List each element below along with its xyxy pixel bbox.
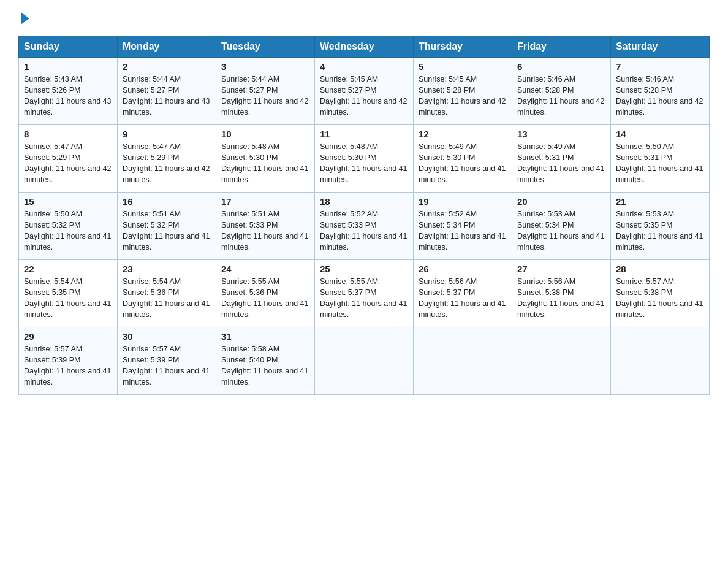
calendar-cell: 24 Sunrise: 5:55 AMSunset: 5:36 PMDaylig… bbox=[216, 260, 315, 327]
calendar-cell: 5 Sunrise: 5:45 AMSunset: 5:28 PMDayligh… bbox=[414, 58, 512, 125]
day-info: Sunrise: 5:55 AMSunset: 5:37 PMDaylight:… bbox=[320, 276, 408, 321]
calendar-cell: 4 Sunrise: 5:45 AMSunset: 5:27 PMDayligh… bbox=[315, 58, 414, 125]
day-number: 16 bbox=[123, 196, 211, 207]
calendar-cell: 9 Sunrise: 5:47 AMSunset: 5:29 PMDayligh… bbox=[118, 125, 216, 193]
day-info: Sunrise: 5:52 AMSunset: 5:33 PMDaylight:… bbox=[320, 209, 408, 253]
day-info: Sunrise: 5:55 AMSunset: 5:36 PMDaylight:… bbox=[221, 276, 309, 321]
calendar-cell: 31 Sunrise: 5:58 AMSunset: 5:40 PMDaylig… bbox=[216, 327, 315, 395]
calendar-cell: 3 Sunrise: 5:44 AMSunset: 5:27 PMDayligh… bbox=[216, 58, 315, 125]
day-info: Sunrise: 5:46 AMSunset: 5:28 PMDaylight:… bbox=[616, 74, 704, 118]
calendar-cell: 26 Sunrise: 5:56 AMSunset: 5:37 PMDaylig… bbox=[414, 260, 512, 327]
day-info: Sunrise: 5:49 AMSunset: 5:31 PMDaylight:… bbox=[517, 141, 605, 186]
calendar-cell: 12 Sunrise: 5:49 AMSunset: 5:30 PMDaylig… bbox=[414, 125, 512, 193]
calendar-cell: 1 Sunrise: 5:43 AMSunset: 5:26 PMDayligh… bbox=[19, 58, 118, 125]
day-number: 27 bbox=[517, 264, 605, 274]
calendar-header-sunday: Sunday bbox=[19, 36, 118, 58]
day-number: 25 bbox=[320, 264, 408, 274]
day-info: Sunrise: 5:57 AMSunset: 5:39 PMDaylight:… bbox=[24, 343, 112, 388]
day-info: Sunrise: 5:47 AMSunset: 5:29 PMDaylight:… bbox=[123, 141, 211, 186]
day-number: 12 bbox=[419, 129, 507, 139]
calendar-week-row: 8 Sunrise: 5:47 AMSunset: 5:29 PMDayligh… bbox=[19, 125, 710, 193]
day-number: 28 bbox=[616, 264, 704, 274]
day-info: Sunrise: 5:45 AMSunset: 5:27 PMDaylight:… bbox=[320, 74, 408, 118]
logo-triangle-icon bbox=[21, 12, 29, 25]
day-number: 13 bbox=[517, 129, 605, 139]
day-number: 5 bbox=[419, 61, 507, 72]
day-info: Sunrise: 5:47 AMSunset: 5:29 PMDaylight:… bbox=[24, 141, 112, 186]
day-number: 6 bbox=[517, 61, 605, 72]
day-number: 15 bbox=[24, 196, 112, 207]
day-number: 17 bbox=[221, 196, 309, 207]
day-info: Sunrise: 5:52 AMSunset: 5:34 PMDaylight:… bbox=[419, 209, 507, 253]
calendar-cell: 13 Sunrise: 5:49 AMSunset: 5:31 PMDaylig… bbox=[512, 125, 611, 193]
calendar-header-tuesday: Tuesday bbox=[216, 36, 315, 58]
calendar-cell: 27 Sunrise: 5:56 AMSunset: 5:38 PMDaylig… bbox=[512, 260, 611, 327]
day-number: 8 bbox=[24, 129, 112, 139]
day-info: Sunrise: 5:50 AMSunset: 5:32 PMDaylight:… bbox=[24, 209, 112, 253]
day-info: Sunrise: 5:57 AMSunset: 5:38 PMDaylight:… bbox=[616, 276, 704, 321]
calendar-cell: 18 Sunrise: 5:52 AMSunset: 5:33 PMDaylig… bbox=[315, 193, 414, 260]
day-info: Sunrise: 5:56 AMSunset: 5:38 PMDaylight:… bbox=[517, 276, 605, 321]
day-number: 3 bbox=[221, 61, 309, 72]
calendar-cell: 29 Sunrise: 5:57 AMSunset: 5:39 PMDaylig… bbox=[19, 327, 118, 395]
day-number: 11 bbox=[320, 129, 408, 139]
day-number: 9 bbox=[123, 129, 211, 139]
calendar-week-row: 22 Sunrise: 5:54 AMSunset: 5:35 PMDaylig… bbox=[19, 260, 710, 327]
day-number: 2 bbox=[123, 61, 211, 72]
calendar-cell: 30 Sunrise: 5:57 AMSunset: 5:39 PMDaylig… bbox=[118, 327, 216, 395]
day-number: 19 bbox=[419, 196, 507, 207]
calendar-cell: 6 Sunrise: 5:46 AMSunset: 5:28 PMDayligh… bbox=[512, 58, 611, 125]
calendar-cell bbox=[414, 327, 512, 395]
day-number: 22 bbox=[24, 264, 112, 274]
day-info: Sunrise: 5:48 AMSunset: 5:30 PMDaylight:… bbox=[320, 141, 408, 186]
calendar-cell: 7 Sunrise: 5:46 AMSunset: 5:28 PMDayligh… bbox=[611, 58, 710, 125]
day-number: 10 bbox=[221, 129, 309, 139]
day-info: Sunrise: 5:44 AMSunset: 5:27 PMDaylight:… bbox=[221, 74, 309, 118]
calendar-cell: 17 Sunrise: 5:51 AMSunset: 5:33 PMDaylig… bbox=[216, 193, 315, 260]
calendar-table: SundayMondayTuesdayWednesdayThursdayFrid… bbox=[18, 36, 710, 395]
calendar-cell bbox=[512, 327, 611, 395]
calendar-header-monday: Monday bbox=[118, 36, 216, 58]
day-info: Sunrise: 5:53 AMSunset: 5:35 PMDaylight:… bbox=[616, 209, 704, 253]
calendar-cell: 19 Sunrise: 5:52 AMSunset: 5:34 PMDaylig… bbox=[414, 193, 512, 260]
calendar-week-row: 29 Sunrise: 5:57 AMSunset: 5:39 PMDaylig… bbox=[19, 327, 710, 395]
day-number: 29 bbox=[24, 331, 112, 342]
day-number: 14 bbox=[616, 129, 704, 139]
day-info: Sunrise: 5:58 AMSunset: 5:40 PMDaylight:… bbox=[221, 343, 309, 388]
calendar-cell: 15 Sunrise: 5:50 AMSunset: 5:32 PMDaylig… bbox=[19, 193, 118, 260]
calendar-cell: 14 Sunrise: 5:50 AMSunset: 5:31 PMDaylig… bbox=[611, 125, 710, 193]
day-info: Sunrise: 5:48 AMSunset: 5:30 PMDaylight:… bbox=[221, 141, 309, 186]
calendar-header-wednesday: Wednesday bbox=[315, 36, 414, 58]
calendar-header-saturday: Saturday bbox=[611, 36, 710, 58]
calendar-week-row: 15 Sunrise: 5:50 AMSunset: 5:32 PMDaylig… bbox=[19, 193, 710, 260]
day-number: 20 bbox=[517, 196, 605, 207]
calendar-cell: 10 Sunrise: 5:48 AMSunset: 5:30 PMDaylig… bbox=[216, 125, 315, 193]
calendar-header-thursday: Thursday bbox=[414, 36, 512, 58]
day-number: 4 bbox=[320, 61, 408, 72]
calendar-cell bbox=[315, 327, 414, 395]
day-info: Sunrise: 5:56 AMSunset: 5:37 PMDaylight:… bbox=[419, 276, 507, 321]
day-info: Sunrise: 5:57 AMSunset: 5:39 PMDaylight:… bbox=[123, 343, 211, 388]
calendar-header-row: SundayMondayTuesdayWednesdayThursdayFrid… bbox=[19, 36, 710, 58]
calendar-header-friday: Friday bbox=[512, 36, 611, 58]
day-number: 30 bbox=[123, 331, 211, 342]
page-header bbox=[18, 12, 710, 25]
logo bbox=[18, 12, 29, 25]
day-number: 31 bbox=[221, 331, 309, 342]
calendar-cell: 22 Sunrise: 5:54 AMSunset: 5:35 PMDaylig… bbox=[19, 260, 118, 327]
day-number: 18 bbox=[320, 196, 408, 207]
calendar-cell: 25 Sunrise: 5:55 AMSunset: 5:37 PMDaylig… bbox=[315, 260, 414, 327]
day-info: Sunrise: 5:54 AMSunset: 5:35 PMDaylight:… bbox=[24, 276, 112, 321]
calendar-cell: 8 Sunrise: 5:47 AMSunset: 5:29 PMDayligh… bbox=[19, 125, 118, 193]
calendar-cell: 11 Sunrise: 5:48 AMSunset: 5:30 PMDaylig… bbox=[315, 125, 414, 193]
day-info: Sunrise: 5:43 AMSunset: 5:26 PMDaylight:… bbox=[24, 74, 112, 118]
day-info: Sunrise: 5:49 AMSunset: 5:30 PMDaylight:… bbox=[419, 141, 507, 186]
day-number: 23 bbox=[123, 264, 211, 274]
day-info: Sunrise: 5:44 AMSunset: 5:27 PMDaylight:… bbox=[123, 74, 211, 118]
calendar-cell: 23 Sunrise: 5:54 AMSunset: 5:36 PMDaylig… bbox=[118, 260, 216, 327]
day-info: Sunrise: 5:51 AMSunset: 5:32 PMDaylight:… bbox=[123, 209, 211, 253]
day-info: Sunrise: 5:54 AMSunset: 5:36 PMDaylight:… bbox=[123, 276, 211, 321]
calendar-cell: 21 Sunrise: 5:53 AMSunset: 5:35 PMDaylig… bbox=[611, 193, 710, 260]
calendar-cell: 28 Sunrise: 5:57 AMSunset: 5:38 PMDaylig… bbox=[611, 260, 710, 327]
day-number: 26 bbox=[419, 264, 507, 274]
